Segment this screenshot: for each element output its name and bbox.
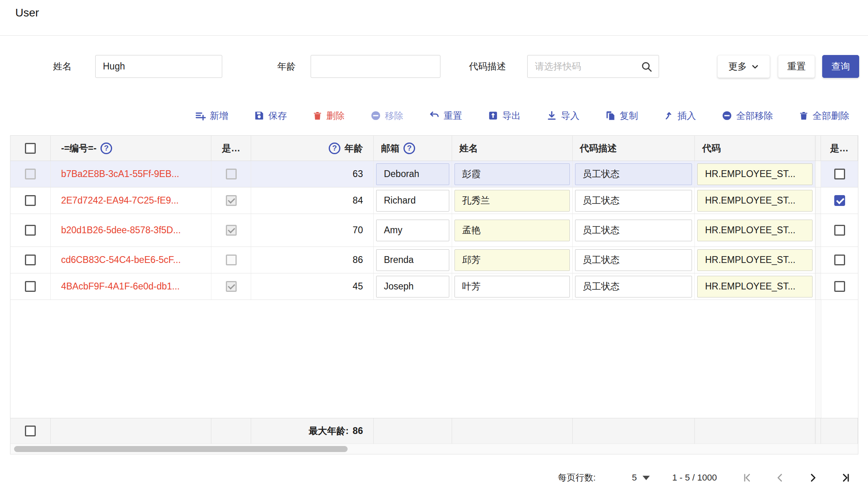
table-toolbar: 新增 保存 删除 移除 重置 导出 导入 复制 插入 全部移除 全部删除 <box>10 106 858 125</box>
header-name: 姓名 <box>459 142 478 155</box>
last-flag-checkbox[interactable] <box>834 255 845 265</box>
name-cell[interactable]: 彭霞 <box>454 163 570 185</box>
trash-icon <box>799 110 809 121</box>
flag-checkbox <box>226 255 237 265</box>
email-cell[interactable]: Joseph <box>376 276 449 297</box>
last-flag-checkbox[interactable] <box>834 225 845 236</box>
table-row[interactable]: b7Ba2E8B-3cA1-55Ff-9EB... 63 Deborah 彭霞 … <box>10 161 858 187</box>
flag-checkbox <box>226 195 237 206</box>
email-cell[interactable]: Deborah <box>376 163 449 185</box>
code-desc-filter-input[interactable] <box>527 55 659 78</box>
age-filter-label: 年龄 <box>277 55 296 78</box>
name-filter-input[interactable] <box>95 55 222 78</box>
save-button[interactable]: 保存 <box>254 110 287 122</box>
id-link[interactable]: 4BAcbF9F-4A1F-6e0d-db1... <box>61 281 180 292</box>
email-cell[interactable]: Brenda <box>376 249 449 271</box>
last-flag-checkbox[interactable] <box>834 281 845 292</box>
header-code-desc: 代码描述 <box>580 142 617 155</box>
more-button[interactable]: 更多 <box>717 55 770 78</box>
help-icon[interactable]: ? <box>403 143 415 154</box>
id-link[interactable]: 2E7d7242-EA94-7C25-fE9... <box>61 195 179 206</box>
export-button[interactable]: 导出 <box>488 110 521 122</box>
row-checkbox[interactable] <box>25 281 36 292</box>
more-button-label: 更多 <box>729 60 747 73</box>
add-row-button[interactable]: 新增 <box>195 110 228 122</box>
vertical-scrollbar-track <box>815 247 821 273</box>
remove-button[interactable]: 移除 <box>371 110 403 122</box>
code-desc-cell[interactable]: 员工状态 <box>575 163 692 185</box>
id-link[interactable]: b7Ba2E8B-3cA1-55Ff-9EB... <box>61 169 179 179</box>
header-code: 代码 <box>702 142 721 155</box>
horizontal-scrollbar-thumb[interactable] <box>14 446 348 452</box>
reset-table-button[interactable]: 重置 <box>429 110 462 122</box>
help-icon[interactable]: ? <box>329 143 340 154</box>
vertical-scrollbar-track[interactable] <box>815 300 821 418</box>
first-page-button[interactable] <box>741 472 753 484</box>
code-cell[interactable]: HR.EMPLOYEE_ST... <box>697 220 813 241</box>
code-desc-cell[interactable]: 员工状态 <box>575 249 692 271</box>
delete-all-button[interactable]: 全部删除 <box>799 110 850 122</box>
code-cell[interactable]: HR.EMPLOYEE_ST... <box>697 249 813 271</box>
import-icon <box>547 110 557 121</box>
flag-checkbox <box>226 281 237 292</box>
select-all-checkbox[interactable] <box>25 143 36 154</box>
last-flag-checkbox[interactable] <box>834 195 845 206</box>
remove-all-button[interactable]: 全部移除 <box>722 110 773 122</box>
id-link[interactable]: b20d1B26-5dee-8578-3f5D... <box>61 225 181 236</box>
row-checkbox[interactable] <box>25 225 36 236</box>
previous-page-button[interactable] <box>774 472 786 484</box>
age-cell: 63 <box>353 169 363 179</box>
age-filter-input[interactable] <box>311 55 440 78</box>
header-age: 年龄 <box>344 142 363 155</box>
name-cell[interactable]: 孔秀兰 <box>454 190 570 212</box>
reset-button-label: 重置 <box>787 60 806 73</box>
row-checkbox[interactable] <box>25 255 36 265</box>
grid-footer-row: 最大年龄: 86 <box>10 418 858 444</box>
vertical-scrollbar-track <box>815 136 821 161</box>
email-cell[interactable]: Richard <box>376 190 449 212</box>
code-desc-cell[interactable]: 员工状态 <box>575 220 692 241</box>
insert-button[interactable]: 插入 <box>664 110 696 122</box>
import-button[interactable]: 导入 <box>547 110 579 122</box>
search-icon[interactable] <box>641 61 653 73</box>
table-row[interactable]: 2E7d7242-EA94-7C25-fE9... 84 Richard 孔秀兰… <box>10 187 858 214</box>
email-cell[interactable]: Amy <box>376 220 449 241</box>
next-page-button[interactable] <box>807 472 819 484</box>
code-desc-cell[interactable]: 员工状态 <box>575 276 692 297</box>
last-page-button[interactable] <box>840 472 852 484</box>
vertical-scrollbar-track <box>815 187 821 214</box>
row-checkbox[interactable] <box>25 195 36 206</box>
copy-button[interactable]: 复制 <box>605 110 638 122</box>
header-last: 是… <box>830 142 849 155</box>
reset-button[interactable]: 重置 <box>778 55 815 78</box>
page-size-value: 5 <box>632 473 637 483</box>
table-row[interactable]: 4BAcbF9F-4A1F-6e0d-db1... 45 Joseph 叶芳 员… <box>10 273 858 300</box>
minus-circle-icon <box>722 110 732 121</box>
horizontal-scrollbar-track[interactable] <box>10 444 858 454</box>
delete-button[interactable]: 删除 <box>313 110 345 122</box>
header-divider <box>0 35 868 36</box>
name-cell[interactable]: 叶芳 <box>454 276 570 297</box>
code-cell[interactable]: HR.EMPLOYEE_ST... <box>697 163 813 185</box>
page-title: User <box>15 6 39 19</box>
pagination-bar: 每页行数: 5 1 - 5 / 1000 <box>0 466 852 490</box>
undo-icon <box>429 110 440 121</box>
header-id: -=编号=- <box>61 142 96 155</box>
grid-header-row: -=编号=- ? 是… ? 年龄 邮箱 ? 姓名 代码描述 代码 是… <box>10 136 858 161</box>
name-cell[interactable]: 孟艳 <box>454 220 570 241</box>
id-link[interactable]: cd6CB83C-54C4-beE6-5cF... <box>61 255 181 265</box>
code-desc-cell[interactable]: 员工状态 <box>575 190 692 212</box>
table-row[interactable]: cd6CB83C-54C4-beE6-5cF... 86 Brenda 邱芳 员… <box>10 247 858 273</box>
table-row[interactable]: b20d1B26-5dee-8578-3f5D... 70 Amy 孟艳 员工状… <box>10 214 858 247</box>
name-cell[interactable]: 邱芳 <box>454 249 570 271</box>
age-cell: 45 <box>353 281 363 292</box>
code-cell[interactable]: HR.EMPLOYEE_ST... <box>697 276 813 297</box>
last-flag-checkbox[interactable] <box>834 169 845 179</box>
page-size-select[interactable]: 5 <box>632 473 649 483</box>
footer-checkbox[interactable] <box>25 426 36 436</box>
flag-checkbox <box>226 225 237 236</box>
code-cell[interactable]: HR.EMPLOYEE_ST... <box>697 190 813 212</box>
query-button[interactable]: 查询 <box>822 55 859 78</box>
age-cell: 70 <box>353 225 363 236</box>
help-icon[interactable]: ? <box>100 143 112 154</box>
